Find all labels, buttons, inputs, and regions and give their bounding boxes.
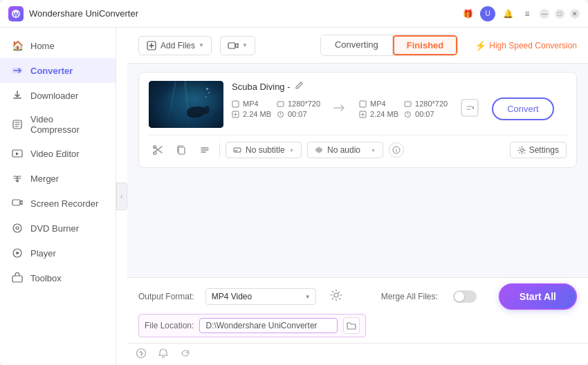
audio-select[interactable]: No audio ▼ bbox=[307, 142, 383, 158]
convert-settings-icon[interactable] bbox=[330, 289, 342, 304]
help-icon[interactable] bbox=[136, 348, 147, 361]
folder-browse-button[interactable] bbox=[343, 317, 360, 334]
svg-rect-24 bbox=[234, 148, 241, 152]
sidebar-item-toolbox[interactable]: Toolbox bbox=[0, 265, 116, 290]
sidebar-collapse-button[interactable]: ‹ bbox=[116, 182, 127, 210]
source-meta-group: 1280*720 00:07 bbox=[277, 100, 320, 118]
sidebar-item-home[interactable]: 🏠 Home bbox=[0, 33, 116, 58]
bottom-row-2: File Location: D:\Wondershare UniConvert… bbox=[138, 314, 366, 337]
player-icon bbox=[11, 247, 24, 259]
home-icon: 🏠 bbox=[11, 39, 24, 52]
file-list-area: Scuba Diving - bbox=[127, 64, 588, 277]
notification-icon[interactable] bbox=[158, 348, 169, 361]
thumbnail-image bbox=[149, 81, 223, 128]
converter-icon bbox=[11, 64, 24, 77]
add-files-button[interactable]: Add Files ▼ bbox=[138, 36, 212, 55]
bolt-icon: ⚡ bbox=[475, 40, 486, 51]
sidebar-label-compressor: Video Compressor bbox=[30, 114, 104, 135]
sidebar-item-dvd-burner[interactable]: DVD Burner bbox=[0, 216, 116, 241]
target-format: MP4 bbox=[370, 100, 386, 108]
format-row: MP4 2.24 MB bbox=[232, 97, 567, 120]
top-toolbar: Add Files ▼ ▼ Converting Finished bbox=[127, 28, 588, 64]
source-duration: 00:07 bbox=[288, 110, 307, 118]
subtitle-select[interactable]: No subtitle ▼ bbox=[226, 142, 302, 158]
toggle-knob bbox=[454, 292, 464, 301]
edit-filename-icon[interactable] bbox=[295, 81, 304, 92]
merger-icon bbox=[11, 172, 24, 185]
output-format-select-wrap[interactable]: MP4 Video bbox=[205, 288, 316, 305]
sidebar-item-video-compressor[interactable]: Video Compressor bbox=[0, 108, 116, 141]
gift-icon[interactable]: 🎁 bbox=[461, 7, 475, 21]
file-item-top: Scuba Diving - bbox=[149, 81, 567, 128]
target-meta-group: 1280*720 00:07 bbox=[404, 100, 448, 118]
tab-finished[interactable]: Finished bbox=[393, 35, 457, 55]
sidebar-item-downloader[interactable]: Downloader bbox=[0, 83, 116, 108]
close-button[interactable]: ✕ bbox=[570, 9, 580, 19]
copy-icon-button[interactable] bbox=[172, 141, 190, 159]
sidebar-label-editor: Video Editor bbox=[30, 149, 80, 159]
convert-button[interactable]: Convert bbox=[492, 97, 554, 120]
recorder-icon bbox=[11, 197, 24, 209]
high-speed-label: High Speed Conversion bbox=[489, 41, 577, 50]
source-res-line: 1280*720 bbox=[277, 100, 320, 108]
title-bar: W Wondershare UniConverter 🎁 U 🔔 ≡ — □ ✕ bbox=[0, 0, 588, 28]
minimize-button[interactable]: — bbox=[540, 9, 549, 19]
file-name: Scuba Diving - bbox=[232, 82, 291, 92]
refresh-icon[interactable] bbox=[180, 348, 191, 361]
sidebar-item-player[interactable]: Player bbox=[0, 241, 116, 265]
app-title: Wondershare UniConverter bbox=[29, 8, 461, 19]
svg-rect-23 bbox=[178, 147, 185, 154]
svg-point-28 bbox=[137, 349, 146, 358]
high-speed-conversion[interactable]: ⚡ High Speed Conversion bbox=[475, 40, 577, 51]
sidebar: 🏠 Home Converter Downloader bbox=[0, 28, 116, 365]
svg-text:W: W bbox=[13, 11, 19, 18]
compressor-icon bbox=[11, 118, 24, 131]
sidebar-item-converter[interactable]: Converter bbox=[0, 58, 116, 83]
tab-converting[interactable]: Converting bbox=[321, 35, 393, 55]
source-size: 2.24 MB bbox=[243, 110, 271, 118]
toolbox-icon bbox=[11, 272, 24, 284]
add-camera-button[interactable]: ▼ bbox=[220, 36, 255, 55]
format-change-icon[interactable] bbox=[460, 98, 479, 120]
user-avatar[interactable]: U bbox=[480, 6, 495, 21]
merge-toggle[interactable] bbox=[453, 290, 477, 303]
target-size-line: 2.24 MB bbox=[359, 110, 398, 118]
svg-rect-9 bbox=[12, 276, 22, 282]
svg-rect-14 bbox=[277, 102, 284, 106]
add-files-dropdown-icon: ▼ bbox=[199, 42, 204, 48]
file-name-row: Scuba Diving - bbox=[232, 81, 567, 92]
output-format-label: Output Format: bbox=[138, 292, 194, 301]
sidebar-item-video-editor[interactable]: Video Editor bbox=[0, 141, 116, 166]
subtitle-label: No subtitle bbox=[246, 145, 285, 155]
main-layout: 🏠 Home Converter Downloader bbox=[0, 28, 588, 365]
settings-button[interactable]: Settings bbox=[510, 142, 567, 158]
svg-point-26 bbox=[520, 149, 523, 151]
target-format-line: MP4 bbox=[359, 100, 398, 108]
bell-icon[interactable]: 🔔 bbox=[501, 7, 515, 21]
sidebar-label-downloader: Downloader bbox=[30, 91, 78, 101]
svg-rect-16 bbox=[360, 101, 366, 107]
cut-icon-button[interactable] bbox=[149, 141, 167, 159]
sidebar-label-player: Player bbox=[30, 248, 56, 259]
sidebar-item-screen-recorder[interactable]: Screen Recorder bbox=[0, 191, 116, 216]
svg-point-29 bbox=[141, 356, 142, 357]
source-format-group: MP4 2.24 MB bbox=[232, 100, 271, 118]
svg-rect-20 bbox=[461, 100, 478, 116]
start-all-button[interactable]: Start All bbox=[499, 283, 577, 310]
file-thumbnail bbox=[149, 81, 223, 128]
dvd-icon bbox=[11, 222, 24, 234]
target-format-group: MP4 2.24 MB bbox=[359, 100, 398, 118]
convert-arrow-icon bbox=[331, 101, 348, 118]
maximize-button[interactable]: □ bbox=[555, 9, 564, 19]
menu-icon[interactable]: ≡ bbox=[520, 7, 534, 21]
sidebar-label-converter: Converter bbox=[30, 66, 73, 76]
output-format-select[interactable]: MP4 Video bbox=[205, 288, 316, 305]
divider-1 bbox=[219, 143, 220, 157]
list-icon-button[interactable] bbox=[196, 141, 214, 159]
sidebar-item-merger[interactable]: Merger bbox=[0, 166, 116, 191]
file-location-input[interactable]: D:\Wondershare UniConverter bbox=[199, 318, 338, 333]
info-button[interactable] bbox=[389, 142, 404, 158]
svg-point-27 bbox=[334, 293, 338, 297]
sidebar-label-merger: Merger bbox=[30, 174, 59, 184]
svg-point-7 bbox=[16, 227, 19, 230]
